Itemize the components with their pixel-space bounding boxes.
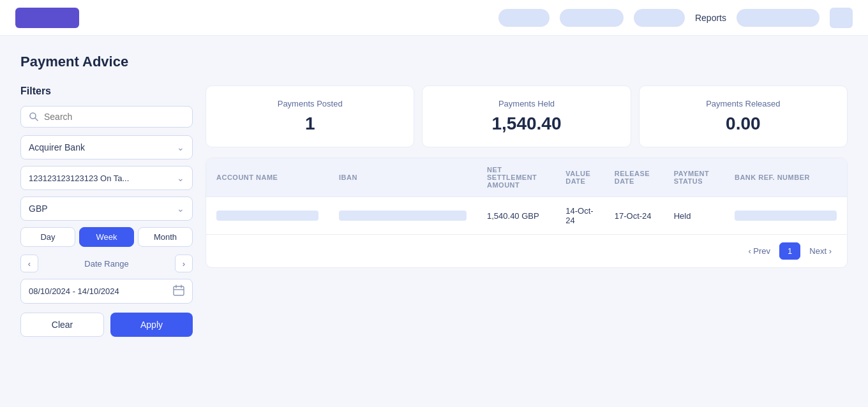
stat-posted-value: 1: [221, 114, 398, 134]
page-title: Payment Advice: [20, 54, 848, 70]
search-box: [20, 106, 193, 128]
stat-posted-label: Payments Posted: [221, 99, 398, 108]
table-card: Account Name IBAN Net Settlement Amount …: [206, 158, 848, 268]
acquirer-bank-label: Acquirer Bank: [29, 142, 85, 152]
svg-rect-2: [174, 286, 184, 295]
account-chevron-icon: ⌄: [177, 173, 184, 183]
cell-value-date: 14-Oct-24: [555, 197, 604, 235]
stat-payments-released: Payments Released 0.00: [639, 85, 848, 147]
date-range-label: Date Range: [84, 259, 128, 269]
acquirer-bank-chevron-icon: ⌄: [177, 142, 184, 152]
date-next-arrow[interactable]: ›: [175, 255, 193, 272]
table-body: 1,540.40 GBP 14-Oct-24 17-Oct-24 Held: [206, 197, 847, 235]
page-1-button[interactable]: 1: [779, 242, 800, 260]
nav-item-5[interactable]: [830, 8, 853, 28]
stat-released-label: Payments Released: [655, 99, 832, 108]
stat-released-value: 0.00: [655, 114, 832, 134]
col-release-date: Release Date: [604, 158, 664, 197]
filters-label: Filters: [20, 85, 193, 97]
cell-net-settlement: 1,540.40 GBP: [477, 197, 555, 235]
cell-iban: [329, 197, 477, 235]
account-name-placeholder: [216, 211, 318, 221]
next-page-button[interactable]: Next ›: [804, 243, 837, 259]
nav-item-1[interactable]: [498, 9, 550, 27]
col-value-date: Value Date: [555, 158, 604, 197]
navbar: Reports: [0, 0, 868, 36]
stat-payments-posted: Payments Posted 1: [206, 85, 414, 147]
col-payment-status: Payment Status: [664, 158, 724, 197]
col-bank-ref: Bank Ref. Number: [724, 158, 847, 197]
nav-item-3[interactable]: [634, 9, 685, 27]
account-label: 123123123123123 On Ta...: [29, 174, 129, 183]
stat-payments-held: Payments Held 1,540.40: [422, 85, 631, 147]
cell-account-name: [206, 197, 329, 235]
currency-select[interactable]: GBP ⌄: [20, 196, 193, 221]
currency-chevron-icon: ⌄: [177, 204, 184, 214]
main-content: Payments Posted 1 Payments Held 1,540.40…: [206, 85, 848, 337]
nav-item-4[interactable]: [737, 9, 819, 27]
period-month-button[interactable]: Month: [138, 227, 193, 247]
search-icon: [29, 112, 39, 122]
cell-bank-ref: [724, 197, 847, 235]
col-net-settlement: Net Settlement Amount: [477, 158, 555, 197]
svg-line-1: [35, 118, 38, 121]
content-area: Filters Acquirer Bank ⌄ 123123123123123 …: [20, 85, 848, 337]
col-iban: IBAN: [329, 158, 477, 197]
acquirer-bank-select[interactable]: Acquirer Bank ⌄: [20, 135, 193, 159]
bank-ref-placeholder: [735, 211, 837, 221]
date-input-row: 08/10/2024 - 14/10/2024: [20, 279, 193, 304]
table-header: Account Name IBAN Net Settlement Amount …: [206, 158, 847, 197]
period-buttons: Day Week Month: [20, 227, 193, 247]
data-table: Account Name IBAN Net Settlement Amount …: [206, 158, 847, 234]
filters-panel: Filters Acquirer Bank ⌄ 123123123123123 …: [20, 85, 193, 337]
stat-held-label: Payments Held: [438, 99, 615, 108]
stats-row: Payments Posted 1 Payments Held 1,540.40…: [206, 85, 848, 147]
table-row[interactable]: 1,540.40 GBP 14-Oct-24 17-Oct-24 Held: [206, 197, 847, 235]
stat-held-value: 1,540.40: [438, 114, 615, 134]
date-prev-arrow[interactable]: ‹: [20, 255, 38, 272]
nav-item-2[interactable]: [560, 9, 624, 27]
currency-label: GBP: [29, 204, 48, 214]
period-day-button[interactable]: Day: [20, 227, 75, 247]
account-select[interactable]: 123123123123123 On Ta... ⌄: [20, 166, 193, 190]
period-week-button[interactable]: Week: [79, 227, 134, 247]
col-account-name: Account Name: [206, 158, 329, 197]
date-input-value: 08/10/2024 - 14/10/2024: [29, 286, 119, 296]
date-range-nav: ‹ Date Range ›: [20, 255, 193, 272]
apply-button[interactable]: Apply: [110, 313, 193, 337]
clear-button[interactable]: Clear: [20, 313, 104, 337]
search-input[interactable]: [44, 112, 184, 122]
prev-page-button[interactable]: ‹ Prev: [743, 243, 775, 259]
page-content: Payment Advice Filters Acquirer Bank ⌄ 1…: [0, 36, 868, 355]
cell-release-date: 17-Oct-24: [604, 197, 664, 235]
action-buttons: Clear Apply: [20, 313, 193, 337]
nav-logo[interactable]: [15, 8, 79, 28]
cell-payment-status: Held: [664, 197, 724, 235]
pagination: ‹ Prev 1 Next ›: [206, 234, 847, 267]
calendar-icon[interactable]: [173, 285, 184, 298]
nav-reports-link[interactable]: Reports: [695, 13, 726, 23]
iban-placeholder: [339, 211, 467, 221]
